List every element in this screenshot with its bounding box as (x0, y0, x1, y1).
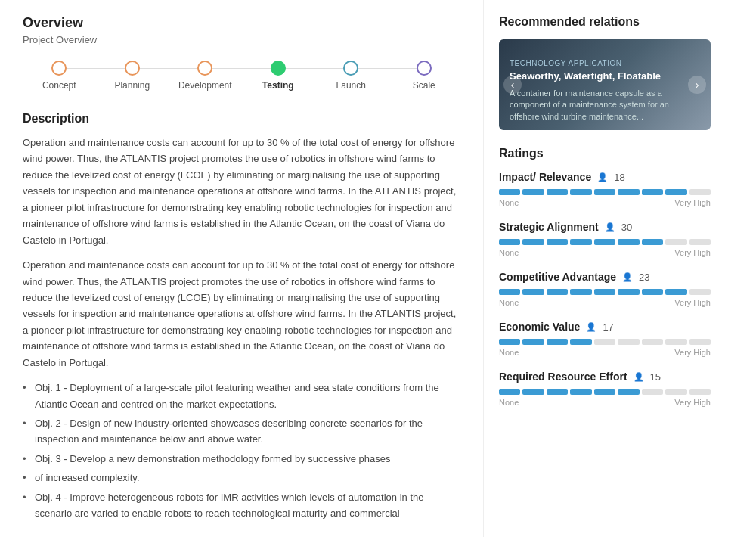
bullet-list: Obj. 1 - Deployment of a large-scale pil… (23, 380, 460, 522)
rating-header-strategic: Strategic Alignment👤30 (499, 221, 711, 233)
rating-segment-5 (618, 239, 639, 245)
rating-segment-4 (594, 189, 615, 195)
rating-segment-1 (522, 389, 544, 395)
rating-segment-0 (499, 339, 520, 345)
rating-track-resource (499, 389, 711, 395)
rating-labels-resource: NoneVery High (499, 398, 711, 407)
card-content: TECHNOLOGY APPLICATION Seaworthy, Watert… (499, 51, 711, 130)
rating-labels-economic: NoneVery High (499, 348, 711, 357)
card-heading: Seaworthy, Watertight, Floatable (510, 70, 700, 83)
rating-track-competitive (499, 289, 711, 295)
rating-segment-0 (499, 289, 520, 295)
rating-count-impact: 18 (614, 172, 624, 183)
list-item: Obj. 3 - Develop a new demonstration met… (23, 451, 460, 467)
rating-none-label-economic: None (499, 348, 519, 357)
rating-none-label-competitive: None (499, 298, 519, 307)
rating-segment-6 (642, 189, 663, 195)
rating-count-economic: 17 (603, 321, 613, 333)
stage-testing[interactable]: Testing (242, 61, 315, 91)
description-title: Description (23, 112, 460, 126)
ratings-list: Impact/ Relevance👤18NoneVery HighStrateg… (499, 171, 711, 407)
card-tag: TECHNOLOGY APPLICATION (510, 59, 700, 67)
rating-labels-impact: NoneVery High (499, 198, 711, 207)
stage-circle-development (197, 61, 212, 76)
stage-circle-concept (51, 61, 67, 76)
rating-bar-competitive: NoneVery High (499, 289, 711, 307)
rating-bar-resource: NoneVery High (499, 389, 711, 407)
rating-segment-8 (689, 339, 711, 345)
overview-subtitle: Project Overview (23, 34, 460, 45)
rating-segment-1 (522, 189, 544, 195)
paragraph-1: Operation and maintenance costs can acco… (23, 257, 460, 371)
rating-bar-strategic: NoneVery High (499, 239, 711, 257)
rating-segment-8 (689, 289, 711, 295)
stage-label-launch: Launch (336, 80, 366, 91)
list-item: Obj. 4 - Improve heterogeneous robots fo… (23, 489, 460, 522)
rating-segment-4 (594, 389, 615, 395)
left-panel: Overview Project Overview ConceptPlannin… (0, 0, 484, 537)
rating-segment-7 (665, 189, 686, 195)
next-slide-button[interactable]: › (688, 76, 706, 94)
rating-segment-0 (499, 239, 520, 245)
stage-planning[interactable]: Planning (96, 61, 169, 91)
rating-labels-strategic: NoneVery High (499, 248, 711, 257)
stage-development[interactable]: Development (169, 61, 242, 91)
rating-segment-1 (522, 289, 544, 295)
rating-competitive: Competitive Advantage👤23NoneVery High (499, 271, 711, 307)
rating-none-label-impact: None (499, 198, 519, 207)
stage-launch[interactable]: Launch (314, 61, 388, 91)
stage-circle-scale (417, 61, 432, 76)
rating-segment-7 (665, 389, 686, 395)
rating-segment-3 (570, 289, 591, 295)
rating-high-label-economic: Very High (674, 348, 711, 357)
stage-label-testing: Testing (262, 80, 294, 91)
rating-bar-economic: NoneVery High (499, 339, 711, 357)
rating-segment-4 (594, 339, 615, 345)
rating-impact: Impact/ Relevance👤18NoneVery High (499, 171, 711, 207)
stages-bar: ConceptPlanningDevelopmentTestingLaunchS… (23, 61, 460, 91)
stage-concept[interactable]: Concept (23, 61, 96, 91)
rating-high-label-resource: Very High (674, 398, 711, 407)
rating-track-impact (499, 189, 711, 195)
rating-segment-8 (689, 239, 711, 245)
overview-title: Overview (23, 15, 460, 31)
rating-name-competitive: Competitive Advantage (499, 271, 616, 283)
rating-segment-6 (642, 339, 663, 345)
rating-high-label-impact: Very High (674, 198, 711, 207)
list-item: of increased complexity. (23, 470, 460, 486)
rating-economic: Economic Value👤17NoneVery High (499, 321, 711, 357)
rating-none-label-strategic: None (499, 248, 519, 257)
rating-name-economic: Economic Value (499, 321, 580, 333)
rating-segment-0 (499, 389, 520, 395)
rating-strategic: Strategic Alignment👤30NoneVery High (499, 221, 711, 257)
rating-segment-3 (570, 189, 591, 195)
recommended-title: Recommended relations (499, 15, 711, 29)
stage-label-planning: Planning (114, 80, 150, 91)
rating-segment-5 (618, 289, 639, 295)
rating-segment-5 (618, 189, 639, 195)
rating-segment-4 (594, 289, 615, 295)
card-description: A container for maintenance capsule as a… (510, 88, 700, 123)
rating-user-icon-resource: 👤 (634, 372, 644, 382)
rating-high-label-competitive: Very High (674, 298, 711, 307)
rating-name-resource: Required Resource Effort (499, 371, 627, 383)
card-background: TECHNOLOGY APPLICATION Seaworthy, Watert… (499, 39, 711, 130)
rating-segment-2 (547, 339, 568, 345)
stage-label-development: Development (178, 80, 232, 91)
rating-segment-0 (499, 189, 520, 195)
stage-circle-testing (271, 61, 286, 76)
rating-segment-1 (522, 339, 544, 345)
rating-header-resource: Required Resource Effort👤15 (499, 371, 711, 383)
rating-count-strategic: 30 (621, 222, 632, 233)
stage-label-scale: Scale (413, 80, 435, 91)
rating-segment-7 (665, 339, 686, 345)
prev-slide-button[interactable]: ‹ (503, 76, 522, 94)
rating-user-icon-strategic: 👤 (605, 222, 615, 232)
rating-segment-7 (665, 289, 686, 295)
rating-header-competitive: Competitive Advantage👤23 (499, 271, 711, 283)
list-item: Obj. 2 - Design of new industry-oriented… (23, 415, 460, 448)
rating-segment-8 (689, 389, 711, 395)
stage-scale[interactable]: Scale (388, 61, 461, 91)
list-item: Obj. 1 - Deployment of a large-scale pil… (23, 380, 460, 412)
rating-segment-2 (547, 389, 568, 395)
